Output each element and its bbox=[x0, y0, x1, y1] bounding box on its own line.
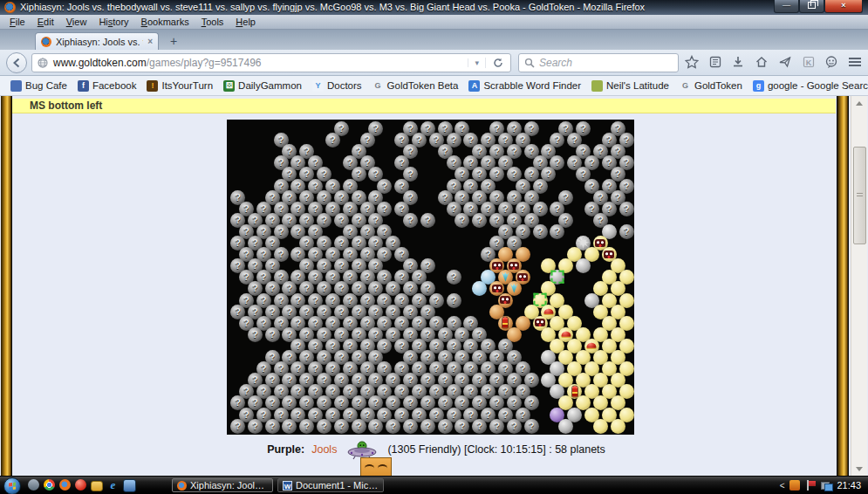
unknown-planet[interactable]: ? bbox=[265, 327, 280, 342]
minimize-button[interactable]: — bbox=[774, 0, 799, 13]
unknown-planet[interactable]: ? bbox=[550, 224, 564, 239]
unknown-planet[interactable]: ? bbox=[403, 419, 418, 434]
unknown-planet[interactable]: ? bbox=[472, 419, 487, 434]
unknown-planet[interactable]: ? bbox=[524, 419, 539, 434]
unknown-planet[interactable]: ? bbox=[282, 419, 297, 434]
bookmark-item[interactable]: ⚄DailyGammon bbox=[218, 80, 307, 92]
game-status-details: (1305 Friendly) [Clock: 10:15:15] : 58 p… bbox=[387, 443, 605, 456]
tab-active[interactable]: Xiphiasyn: Jools vs. thebod... × bbox=[35, 32, 159, 50]
menu-edit[interactable]: Edit bbox=[31, 17, 60, 27]
bookmark-item[interactable]: Bug Cafe bbox=[5, 80, 72, 92]
silver-planet[interactable] bbox=[558, 419, 573, 434]
unknown-planet[interactable]: ? bbox=[533, 224, 548, 239]
desktop-icon[interactable] bbox=[123, 479, 136, 492]
yellow-planet[interactable] bbox=[593, 419, 608, 434]
silver-planet[interactable] bbox=[576, 258, 591, 273]
downloads-icon[interactable] bbox=[728, 52, 748, 72]
bookmark-item[interactable]: GGoldToken Beta bbox=[367, 80, 464, 92]
menu-help[interactable]: Help bbox=[229, 17, 262, 27]
unknown-planet[interactable]: ? bbox=[489, 419, 504, 434]
menu-icon[interactable] bbox=[845, 52, 865, 72]
bookmarks-bar: Bug CafefFacebook!ItsYourTurn⚄DailyGammo… bbox=[0, 76, 868, 96]
menu-view[interactable]: View bbox=[60, 17, 93, 27]
menu-tools[interactable]: Tools bbox=[195, 17, 230, 27]
unknown-planet[interactable]: ? bbox=[455, 213, 469, 228]
unknown-planet[interactable]: ? bbox=[403, 213, 418, 228]
player-link[interactable]: Jools bbox=[311, 443, 337, 456]
new-tab-button[interactable]: + bbox=[164, 34, 183, 49]
blue-planet[interactable] bbox=[472, 281, 487, 296]
unknown-planet[interactable]: ? bbox=[317, 419, 331, 434]
unknown-planet[interactable]: ? bbox=[507, 419, 522, 434]
unknown-planet[interactable]: ? bbox=[447, 293, 461, 308]
tray-app-icon[interactable] bbox=[789, 480, 800, 491]
bookmark-item[interactable]: GGoldToken bbox=[674, 80, 748, 92]
reload-icon[interactable] bbox=[485, 58, 510, 68]
bookmark-item[interactable]: Neil's Latitude bbox=[586, 80, 674, 92]
restore-button[interactable] bbox=[799, 0, 824, 13]
unknown-planet[interactable]: ? bbox=[325, 133, 340, 148]
internet-explorer-icon[interactable]: e bbox=[107, 479, 119, 491]
k-extension-icon[interactable]: K bbox=[799, 52, 818, 72]
unknown-planet[interactable]: ? bbox=[248, 419, 263, 434]
bookmark-item[interactable]: AScrabble Word Finder bbox=[463, 80, 586, 92]
unknown-planet[interactable]: ? bbox=[420, 213, 435, 228]
vertical-scrollbar[interactable] bbox=[851, 96, 867, 477]
scroll-down-icon[interactable] bbox=[851, 463, 867, 476]
back-button[interactable] bbox=[6, 52, 27, 73]
media-player-icon[interactable] bbox=[75, 479, 86, 491]
unknown-planet[interactable]: ? bbox=[420, 419, 435, 434]
tab-close-icon[interactable]: × bbox=[147, 37, 153, 46]
menu-history[interactable]: History bbox=[92, 17, 134, 27]
close-button[interactable]: × bbox=[824, 0, 863, 13]
unknown-planet[interactable]: ? bbox=[265, 419, 280, 434]
tray-collapse-icon[interactable]: < bbox=[780, 481, 785, 491]
action-center-flag-icon[interactable] bbox=[805, 480, 816, 491]
unknown-planet[interactable]: ? bbox=[455, 419, 469, 434]
unknown-planet[interactable]: ? bbox=[619, 224, 634, 239]
bookmark-item[interactable]: fFacebook bbox=[72, 80, 142, 92]
menu-bookmarks[interactable]: Bookmarks bbox=[135, 17, 195, 27]
target-icon bbox=[534, 293, 547, 306]
unknown-planet[interactable]: ? bbox=[447, 270, 461, 285]
show-bookmarks-icon[interactable] bbox=[706, 52, 725, 72]
unknown-planet[interactable]: ? bbox=[352, 419, 366, 434]
scroll-up-icon[interactable] bbox=[851, 97, 867, 110]
bookmark-item[interactable]: ggoogle - Google Search bbox=[748, 80, 868, 92]
search-input[interactable]: Search bbox=[518, 53, 679, 72]
player-color-label: Purple: bbox=[267, 443, 304, 456]
scrollbar-thumb[interactable] bbox=[853, 147, 866, 244]
pictures-icon[interactable] bbox=[91, 481, 103, 491]
photo-viewer-icon[interactable] bbox=[28, 479, 39, 491]
taskbar-button-word[interactable]: W Document1 - Microso... bbox=[277, 478, 384, 492]
url-bar[interactable]: www.goldtoken.com/games/play?g=9517496 ▾ bbox=[31, 53, 511, 72]
bookmark-star-icon[interactable] bbox=[682, 52, 701, 72]
start-button[interactable] bbox=[3, 477, 21, 494]
taskbar-button-firefox[interactable]: Xiphiasyn: Jools vs. th... bbox=[172, 478, 273, 492]
bookmark-item[interactable]: !ItsYourTurn bbox=[141, 80, 218, 92]
url-dropdown-icon[interactable]: ▾ bbox=[468, 58, 485, 67]
unknown-planet[interactable]: ? bbox=[386, 419, 400, 434]
unknown-planet[interactable]: ? bbox=[334, 419, 349, 434]
unknown-planet[interactable]: ? bbox=[248, 327, 263, 342]
window-title: Xiphiasyn: Jools vs. thebodywall vs. ste… bbox=[20, 0, 755, 15]
unknown-planet[interactable]: ? bbox=[368, 419, 383, 434]
yellow-planet[interactable] bbox=[611, 419, 625, 434]
feedback-smiley-icon[interactable] bbox=[822, 52, 841, 72]
game-board[interactable]: ????????????????????????????????????????… bbox=[227, 120, 634, 435]
unknown-planet[interactable]: ? bbox=[438, 419, 453, 434]
globe-icon bbox=[38, 58, 48, 68]
bookmark-favicon bbox=[10, 80, 22, 92]
unknown-planet[interactable]: ? bbox=[299, 419, 314, 434]
firefox-icon[interactable] bbox=[59, 479, 71, 491]
home-icon[interactable] bbox=[752, 52, 771, 72]
tab-strip: Xiphiasyn: Jools vs. thebod... × + bbox=[0, 30, 868, 50]
chrome-icon[interactable] bbox=[44, 479, 55, 491]
bookmark-item[interactable]: YDoctors bbox=[307, 80, 367, 92]
unknown-planet[interactable]: ? bbox=[619, 202, 634, 216]
share-icon[interactable] bbox=[776, 52, 795, 72]
menu-file[interactable]: File bbox=[3, 17, 31, 27]
unknown-planet[interactable]: ? bbox=[230, 419, 245, 434]
unknown-planet[interactable]: ? bbox=[472, 213, 487, 228]
network-display-icon[interactable] bbox=[821, 480, 831, 491]
